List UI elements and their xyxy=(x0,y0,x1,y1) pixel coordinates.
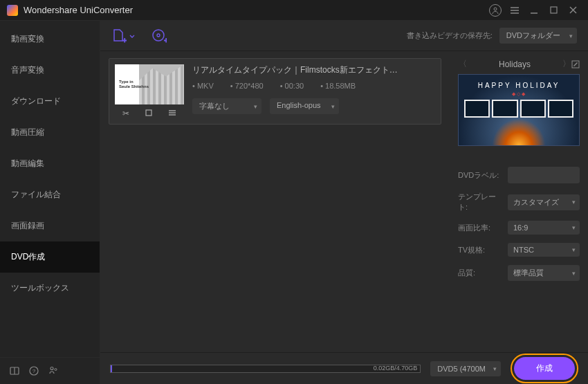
capacity-bar: 0.02GB/4.70GB xyxy=(110,365,421,373)
quality-select[interactable]: 標準品質 xyxy=(508,265,580,281)
template-select-value: カスタマイズ xyxy=(513,198,559,206)
sidebar-item-compress[interactable]: 動画圧縮 xyxy=(0,117,100,148)
svg-rect-18 xyxy=(146,110,151,116)
feedback-icon[interactable] xyxy=(48,366,58,376)
content-area: + + 書き込みビデオの保存先: DVDフォルダー Type inSeule xyxy=(100,21,588,384)
create-button-highlight: 作成 xyxy=(511,354,578,383)
dvd-label-label: DVDラベル: xyxy=(458,170,502,181)
svg-rect-5 xyxy=(551,7,557,13)
template-preview[interactable]: HAPPY HOLIDAY ◆◇◆ xyxy=(458,74,580,146)
video-size: 18.58MB xyxy=(325,82,356,90)
sidebar-item-dvd[interactable]: DVD作成 xyxy=(0,241,100,273)
svg-text:+: + xyxy=(164,36,167,44)
audio-select-value: English-opus xyxy=(277,101,321,109)
video-format: MKV xyxy=(197,82,214,90)
svg-text:?: ? xyxy=(33,368,36,374)
video-title: リアルタイムタイプパック｜Filmstocks新エフェクト… xyxy=(192,64,435,76)
template-edit-icon[interactable] xyxy=(571,60,580,68)
sidebar-item-audio-convert[interactable]: 音声変換 xyxy=(0,55,100,86)
save-dest-value: DVDフォルダー xyxy=(506,31,560,39)
maximize-icon[interactable] xyxy=(545,2,562,19)
sidebar-item-label: DVD作成 xyxy=(11,252,45,262)
book-icon[interactable] xyxy=(10,366,19,376)
sidebar: 動画変換 音声変換 ダウンロード 動画圧縮 動画編集 ファイル結合 画面録画 D… xyxy=(0,21,100,384)
account-icon[interactable] xyxy=(487,2,504,19)
app-logo xyxy=(7,5,18,16)
help-icon[interactable]: ? xyxy=(29,366,39,376)
close-icon[interactable] xyxy=(564,2,581,19)
tv-select[interactable]: NTSC xyxy=(508,243,580,257)
template-select[interactable]: カスタマイズ xyxy=(508,194,580,210)
video-thumbnail[interactable]: Type inSeule Shitehns xyxy=(115,64,184,104)
template-panel: 〈 Holidays 〉 HAPPY HOLIDAY ◆◇◆ DVDラベル: xyxy=(450,51,588,352)
quality-select-value: 標準品質 xyxy=(513,268,544,277)
sidebar-item-label: 動画変換 xyxy=(11,34,44,44)
menu-icon[interactable] xyxy=(506,2,523,19)
subtitle-select[interactable]: 字幕なし xyxy=(192,98,261,114)
sidebar-bottom: ? xyxy=(0,357,100,384)
video-card[interactable]: Type inSeule Shitehns ✂ リアルタイムタイプパック｜Fil… xyxy=(109,58,441,125)
sidebar-item-edit[interactable]: 動画編集 xyxy=(0,148,100,179)
minimize-icon[interactable] xyxy=(526,2,542,19)
crop-icon[interactable] xyxy=(145,109,153,118)
create-button-label: 作成 xyxy=(536,363,553,373)
audio-select[interactable]: English-opus xyxy=(270,98,339,114)
tv-select-value: NTSC xyxy=(513,246,534,254)
sidebar-item-label: 画面録画 xyxy=(11,221,44,230)
sidebar-item-label: 動画圧縮 xyxy=(11,127,44,137)
quality-label: 品質: xyxy=(458,268,502,278)
aspect-label: 画面比率: xyxy=(458,223,502,233)
video-resolution: 720*480 xyxy=(235,82,264,90)
footer: 0.02GB/4.70GB DVD5 (4700M 作成 xyxy=(100,352,588,384)
template-next-icon[interactable]: 〉 xyxy=(562,58,571,70)
disc-type-value: DVD5 (4700M xyxy=(437,365,486,373)
sidebar-item-download[interactable]: ダウンロード xyxy=(0,86,100,117)
template-label: テンプレート: xyxy=(458,192,502,212)
svg-point-0 xyxy=(494,8,497,10)
svg-point-15 xyxy=(153,30,164,41)
svg-text:+: + xyxy=(122,36,127,44)
video-duration: 00:30 xyxy=(285,82,304,90)
add-file-icon[interactable]: + xyxy=(111,28,127,44)
template-preview-title: HAPPY HOLIDAY xyxy=(459,82,579,89)
template-prev-icon[interactable]: 〈 xyxy=(458,58,468,70)
sidebar-item-record[interactable]: 画面録画 xyxy=(0,210,100,241)
aspect-select-value: 16:9 xyxy=(513,223,528,232)
content-toolbar: + + 書き込みビデオの保存先: DVDフォルダー xyxy=(100,21,588,51)
disc-type-select[interactable]: DVD5 (4700M xyxy=(430,361,501,376)
sidebar-item-label: ツールボックス xyxy=(11,283,69,293)
app-title: Wondershare UniConverter xyxy=(24,5,133,15)
tv-label: TV規格: xyxy=(458,245,502,255)
svg-point-13 xyxy=(55,369,57,371)
sidebar-item-merge[interactable]: ファイル結合 xyxy=(0,179,100,210)
sidebar-item-label: 動画編集 xyxy=(11,158,44,168)
svg-point-12 xyxy=(50,367,53,370)
save-dest-select[interactable]: DVDフォルダー xyxy=(499,28,577,44)
add-disc-icon[interactable]: + xyxy=(151,28,167,44)
capacity-text: 0.02GB/4.70GB xyxy=(374,365,418,372)
template-preview-deco: ◆◇◆ xyxy=(459,91,579,97)
effect-icon[interactable] xyxy=(168,109,176,118)
sidebar-item-video-convert[interactable]: 動画変換 xyxy=(0,24,100,55)
dvd-label-input[interactable] xyxy=(508,167,580,183)
aspect-select[interactable]: 16:9 xyxy=(508,221,580,235)
trim-icon[interactable]: ✂ xyxy=(122,109,129,118)
subtitle-select-value: 字幕なし xyxy=(199,102,230,110)
svg-point-16 xyxy=(157,34,160,37)
titlebar: Wondershare UniConverter xyxy=(0,0,588,21)
save-dest-label: 書き込みビデオの保存先: xyxy=(407,30,493,41)
sidebar-item-toolbox[interactable]: ツールボックス xyxy=(0,273,100,304)
create-button[interactable]: 作成 xyxy=(514,357,575,380)
sidebar-item-label: ダウンロード xyxy=(11,96,61,106)
video-list: Type inSeule Shitehns ✂ リアルタイムタイプパック｜Fil… xyxy=(100,51,450,352)
template-name: Holidays xyxy=(468,60,562,69)
sidebar-items: 動画変換 音声変換 ダウンロード 動画圧縮 動画編集 ファイル結合 画面録画 D… xyxy=(0,21,100,357)
sidebar-item-label: ファイル結合 xyxy=(11,190,61,199)
sidebar-item-label: 音声変換 xyxy=(11,65,44,75)
